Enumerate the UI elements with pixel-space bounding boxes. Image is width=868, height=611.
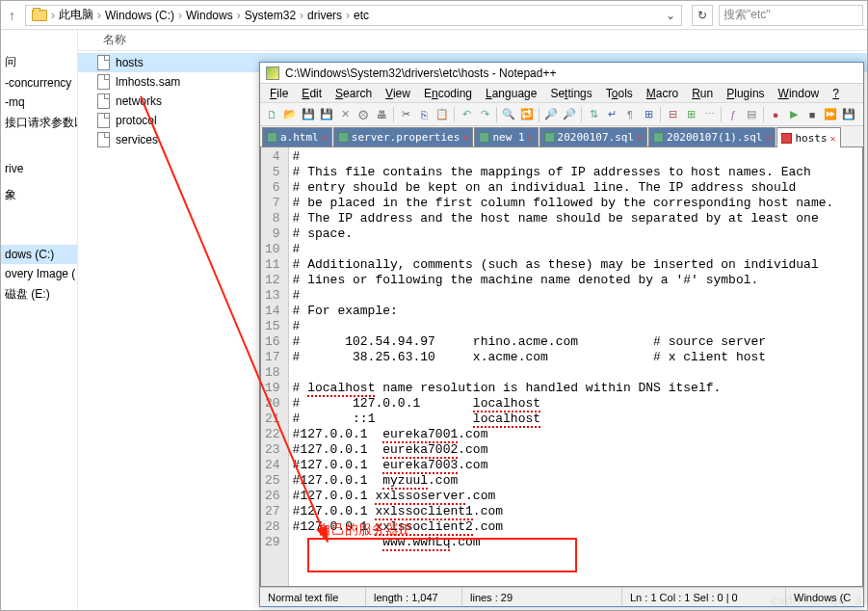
- sidebar-item[interactable]: -concurrency: [1, 73, 77, 93]
- file-icon: [97, 113, 110, 128]
- tab-label: 20200107.sql: [558, 131, 634, 144]
- sidebar-item[interactable]: -mq: [1, 93, 77, 112]
- tab[interactable]: new 1✕: [474, 127, 538, 146]
- chevron-right-icon: ›: [237, 9, 241, 22]
- sidebar-item[interactable]: 磁盘 (E:): [1, 283, 77, 306]
- menu-search[interactable]: Search: [329, 87, 378, 100]
- sidebar-item[interactable]: 问: [1, 51, 77, 73]
- column-name[interactable]: 名称: [97, 32, 271, 48]
- tab-file-icon: [653, 132, 664, 143]
- sidebar-item[interactable]: dows (C:): [1, 245, 77, 264]
- explorer-sidebar[interactable]: 问 -concurrency -mq 接口请求参数以 rive 象 dows (…: [1, 30, 78, 610]
- titlebar[interactable]: C:\Windows\System32\drivers\etc\hosts - …: [260, 63, 863, 84]
- tab-close-icon[interactable]: ✕: [765, 132, 771, 143]
- sidebar-item[interactable]: overy Image (: [1, 264, 77, 283]
- explorer-toolbar: ↑ › 此电脑 › Windows (C:) › Windows › Syste…: [1, 1, 867, 30]
- wordwrap-icon[interactable]: ↵: [603, 106, 620, 123]
- menu-tools[interactable]: Tools: [600, 87, 639, 100]
- save-icon[interactable]: 💾: [300, 106, 317, 123]
- indent-guide-icon[interactable]: ⊞: [640, 106, 657, 123]
- replace-icon[interactable]: 🔁: [518, 106, 536, 123]
- tab-close-icon[interactable]: ✕: [462, 132, 468, 143]
- menu-file[interactable]: File: [264, 87, 294, 100]
- tab[interactable]: a.html✕: [262, 127, 332, 146]
- paste-icon[interactable]: 📋: [434, 106, 451, 123]
- hide-lines-icon[interactable]: ⋯: [700, 106, 718, 123]
- watermark-text: csdn.net/qq_3: [771, 593, 862, 607]
- status-position: Ln : 1 Col : 1 Sel : 0 | 0: [622, 588, 786, 606]
- breadcrumb-item[interactable]: Windows (C:): [105, 9, 174, 22]
- tab-active[interactable]: hosts✕: [776, 127, 840, 147]
- menu-run[interactable]: Run: [686, 87, 719, 100]
- cut-icon[interactable]: ✂: [397, 106, 414, 123]
- tab-close-icon[interactable]: ✕: [637, 132, 643, 143]
- tab-label: new 1: [492, 131, 524, 144]
- function-list-icon[interactable]: ƒ: [724, 106, 742, 123]
- editor-tabs: a.html✕ server.properties✕ new 1✕ 202001…: [260, 126, 863, 147]
- file-list-header[interactable]: 名称: [78, 30, 867, 51]
- sidebar-item[interactable]: 接口请求参数以: [1, 112, 77, 134]
- separator: [581, 107, 582, 122]
- menu-view[interactable]: View: [380, 87, 416, 100]
- refresh-button[interactable]: ↻: [692, 5, 713, 26]
- sidebar-item[interactable]: 象: [1, 184, 77, 206]
- save-macro-icon[interactable]: 💾: [840, 106, 857, 123]
- open-file-icon[interactable]: 📂: [281, 106, 299, 123]
- unfold-icon[interactable]: ⊞: [682, 106, 699, 123]
- separator: [393, 107, 394, 122]
- playback-multi-icon[interactable]: ⏩: [822, 106, 839, 123]
- line-number-gutter: 4567891011121314151617181920212223242526…: [261, 147, 289, 586]
- find-icon[interactable]: 🔍: [500, 106, 517, 123]
- save-all-icon[interactable]: 💾: [318, 106, 335, 123]
- editor-area[interactable]: 4567891011121314151617181920212223242526…: [260, 147, 863, 587]
- play-macro-icon[interactable]: ▶: [785, 106, 802, 123]
- stop-macro-icon[interactable]: ■: [803, 106, 821, 123]
- file-name: protocol: [116, 114, 157, 127]
- menu-window[interactable]: Window: [773, 87, 826, 100]
- menu-settings[interactable]: Settings: [544, 87, 597, 100]
- tab[interactable]: server.properties✕: [333, 127, 474, 146]
- tab-close-icon[interactable]: ✕: [322, 132, 328, 143]
- doc-map-icon[interactable]: ▤: [743, 106, 760, 123]
- tab-close-icon[interactable]: ✕: [830, 133, 836, 144]
- tab-close-icon[interactable]: ✕: [528, 132, 534, 143]
- print-icon[interactable]: 🖶: [373, 106, 390, 123]
- file-icon: [97, 132, 110, 147]
- tab-file-icon: [267, 132, 277, 143]
- menu-encoding[interactable]: Encoding: [418, 87, 478, 100]
- up-button[interactable]: ↑: [5, 8, 19, 23]
- code-content[interactable]: ## This file contains the mappings of IP…: [289, 147, 862, 586]
- menu-language[interactable]: Language: [480, 87, 542, 100]
- tab-label: server.properties: [352, 131, 460, 144]
- sidebar-item[interactable]: rive: [1, 159, 77, 178]
- notepadpp-window: C:\Windows\System32\drivers\etc\hosts - …: [259, 62, 864, 607]
- copy-icon[interactable]: ⎘: [415, 106, 433, 123]
- tab[interactable]: 20200107(1).sql✕: [648, 127, 776, 146]
- zoom-out-icon[interactable]: 🔎: [561, 106, 578, 123]
- breadcrumb-item[interactable]: 此电脑: [59, 7, 93, 23]
- zoom-in-icon[interactable]: 🔎: [542, 106, 560, 123]
- status-filetype: Normal text file: [260, 588, 366, 606]
- menu-macro[interactable]: Macro: [641, 87, 684, 100]
- menu-plugins[interactable]: Plugins: [721, 87, 770, 100]
- fold-icon[interactable]: ⊟: [664, 106, 681, 123]
- breadcrumb-item[interactable]: System32: [245, 9, 296, 22]
- sync-icon[interactable]: ⇅: [585, 106, 602, 123]
- show-all-chars-icon[interactable]: ¶: [621, 106, 639, 123]
- search-input[interactable]: 搜索"etc": [719, 5, 863, 26]
- breadcrumb-item[interactable]: drivers: [307, 9, 342, 22]
- redo-icon[interactable]: ↷: [476, 106, 493, 123]
- menu-edit[interactable]: Edit: [296, 87, 328, 100]
- tab[interactable]: 20200107.sql✕: [539, 127, 648, 146]
- close-icon[interactable]: ✕: [336, 106, 354, 123]
- breadcrumb-item[interactable]: etc: [354, 9, 369, 22]
- address-bar[interactable]: › 此电脑 › Windows (C:) › Windows › System3…: [25, 5, 682, 26]
- undo-icon[interactable]: ↶: [458, 106, 475, 123]
- record-macro-icon[interactable]: ●: [767, 106, 784, 123]
- menu-help[interactable]: ?: [827, 87, 845, 100]
- close-all-icon[interactable]: ⮿: [355, 106, 372, 123]
- chevron-down-icon[interactable]: ⌄: [666, 9, 675, 22]
- breadcrumb-item[interactable]: Windows: [186, 9, 233, 22]
- file-name: hosts: [116, 56, 144, 69]
- new-file-icon[interactable]: 🗋: [263, 106, 280, 123]
